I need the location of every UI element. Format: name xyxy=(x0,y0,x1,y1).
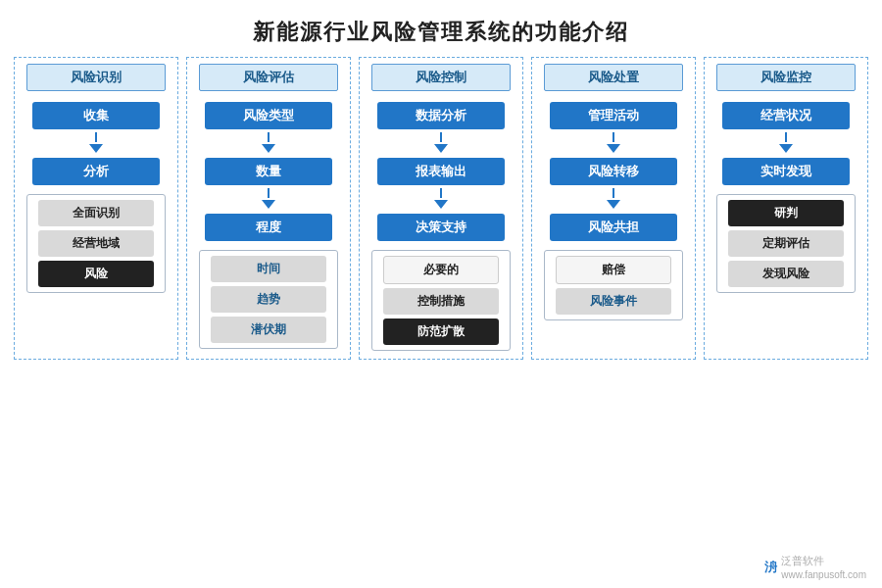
col2-item-0: 时间 xyxy=(211,256,327,282)
col5-box-realtime: 实时发现 xyxy=(722,158,850,185)
col2-box-quantity: 数量 xyxy=(205,158,332,185)
col2-box-type: 风险类型 xyxy=(205,102,332,129)
col3-box-data: 数据分析 xyxy=(377,102,505,129)
col1-item-2: 风险 xyxy=(38,261,155,287)
arrow-line xyxy=(95,132,97,142)
col1-item-0: 全面识别 xyxy=(38,200,155,226)
col-risk-control: 风险控制 数据分析 报表输出 决策支持 必要的 控制措施 防范扩散 xyxy=(359,57,523,360)
arrow-line2 xyxy=(268,132,270,142)
col2-item-2: 潜伏期 xyxy=(211,317,327,343)
arrow-line7 xyxy=(612,188,614,198)
col3-gray-section: 必要的 控制措施 防范扩散 xyxy=(371,250,511,351)
col4-item-0: 赔偿 xyxy=(556,256,672,284)
arrow-down xyxy=(89,144,103,153)
arrow-down3 xyxy=(262,200,275,209)
col5-item-1: 定期评估 xyxy=(728,230,845,257)
col3-item-0: 必要的 xyxy=(383,256,500,284)
arrow-down6 xyxy=(607,144,620,153)
main-container: 风险识别 收集 分析 全面识别 经营地域 风险 风险评估 风险类型 数量 程度 … xyxy=(0,57,882,360)
col2-box-degree: 程度 xyxy=(205,214,332,241)
col2-gray-section: 时间 趋势 潜伏期 xyxy=(199,250,338,349)
col4-gray-section: 赔偿 风险事件 xyxy=(544,250,683,320)
col1-item-1: 经营地域 xyxy=(38,230,155,257)
col4-header: 风险处置 xyxy=(544,64,683,91)
arrow-down7 xyxy=(607,200,620,209)
col4-box-transfer: 风险转移 xyxy=(550,158,677,185)
col4-box-manage: 管理活动 xyxy=(550,102,677,129)
arrow-down8 xyxy=(779,144,793,153)
col1-gray-section: 全面识别 经营地域 风险 xyxy=(26,194,166,293)
col-risk-monitor: 风险监控 经营状况 实时发现 研判 定期评估 发现风险 xyxy=(704,57,868,360)
col5-item-2: 发现风险 xyxy=(728,261,845,287)
col3-header: 风险控制 xyxy=(371,64,511,91)
watermark-logo: 洀 xyxy=(764,559,777,576)
watermark-text: 泛普软件www.fanpusoft.com xyxy=(781,554,866,580)
arrow-line4 xyxy=(440,132,442,142)
arrow-line8 xyxy=(785,132,787,142)
col5-gray-section: 研判 定期评估 发现风险 xyxy=(716,194,856,293)
col1-header: 风险识别 xyxy=(26,64,166,91)
arrow-down4 xyxy=(434,144,448,153)
col3-item-2: 防范扩散 xyxy=(383,318,500,345)
col-risk-assess: 风险评估 风险类型 数量 程度 时间 趋势 潜伏期 xyxy=(186,57,351,360)
col3-box-decision: 决策支持 xyxy=(377,214,505,241)
col2-item-1: 趋势 xyxy=(211,286,327,313)
page-title: 新能源行业风险管理系统的功能介绍 xyxy=(0,0,882,57)
arrow-line6 xyxy=(612,132,614,142)
col2-header: 风险评估 xyxy=(199,64,338,91)
col-risk-identify: 风险识别 收集 分析 全面识别 经营地域 风险 xyxy=(14,57,178,360)
col5-box-status: 经营状况 xyxy=(722,102,850,129)
arrow-line5 xyxy=(440,188,442,198)
col3-box-report: 报表输出 xyxy=(377,158,505,185)
col1-box-analyze: 分析 xyxy=(32,158,160,185)
col4-item-1: 风险事件 xyxy=(556,288,672,315)
col5-item-0: 研判 xyxy=(728,200,845,226)
watermark: 洀 泛普软件www.fanpusoft.com xyxy=(764,554,866,580)
col4-box-share: 风险共担 xyxy=(550,214,677,241)
arrow-line3 xyxy=(268,188,270,198)
col-risk-dispose: 风险处置 管理活动 风险转移 风险共担 赔偿 风险事件 xyxy=(531,57,696,360)
col3-item-1: 控制措施 xyxy=(383,288,500,315)
arrow-down5 xyxy=(434,200,448,209)
col5-header: 风险监控 xyxy=(716,64,856,91)
arrow-down2 xyxy=(262,144,275,153)
col1-box-collect: 收集 xyxy=(32,102,160,129)
